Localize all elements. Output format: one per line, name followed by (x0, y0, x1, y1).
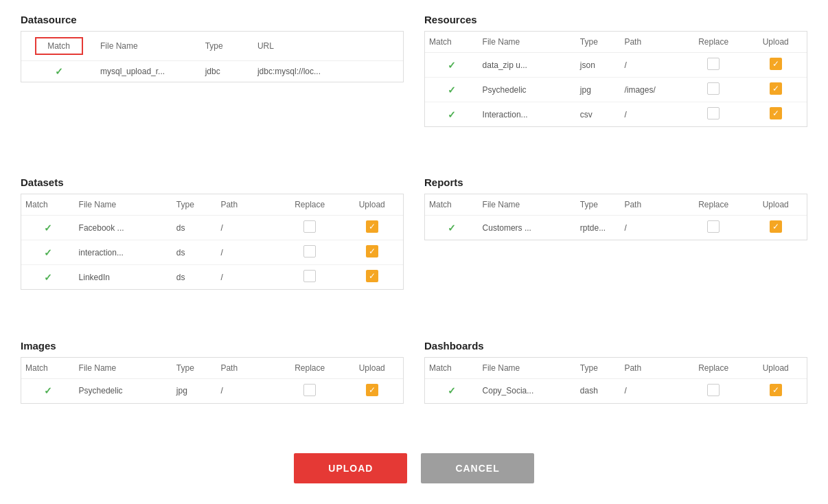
images-table-container: Match File Name Type Path Replace Upload… (21, 357, 404, 404)
dat-replace-3[interactable] (279, 265, 341, 290)
reports-scroll[interactable]: Match File Name Type Path Replace Upload… (425, 194, 807, 240)
dash-col-upload: Upload (744, 358, 807, 379)
rpt-match-1: ✓ (425, 216, 479, 240)
empty-checkbox-icon[interactable] (707, 220, 720, 233)
checked-checkbox-icon[interactable] (366, 270, 378, 282)
dashboards-section: Dashboards Match File Name Type Path Rep… (424, 340, 807, 439)
green-check-icon: ✓ (448, 222, 456, 233)
res-col-replace: Replace (682, 32, 745, 53)
dat-upload-2[interactable] (341, 240, 403, 265)
checked-checkbox-icon[interactable] (770, 220, 782, 233)
img-replace-1[interactable] (279, 378, 341, 403)
cancel-button[interactable]: CANCEL (421, 453, 533, 483)
rpt-type-1: rptde... (576, 216, 621, 240)
green-check-icon: ✓ (44, 385, 52, 396)
dat-path-1: / (216, 216, 279, 240)
table-row: ✓ LinkedIn ds / (21, 265, 403, 290)
img-filename-1: Psychedelic (75, 378, 172, 403)
ds-col-match: Match (21, 32, 96, 61)
res-path-3: / (620, 102, 682, 127)
checked-checkbox-icon[interactable] (770, 107, 782, 119)
dat-upload-1[interactable] (341, 216, 403, 240)
resources-title: Resources (424, 14, 807, 25)
checked-checkbox-icon[interactable] (770, 82, 782, 95)
images-scroll[interactable]: Match File Name Type Path Replace Upload… (21, 358, 403, 403)
dash-replace-1[interactable] (682, 378, 745, 403)
dat-filename-2: interaction... (75, 240, 172, 265)
reports-title: Reports (424, 176, 807, 188)
upload-button[interactable]: UPLOAD (294, 453, 407, 483)
table-row: ✓ Copy_Socia... dash / (425, 378, 807, 403)
res-type-1: json (576, 53, 621, 78)
table-row: ✓ Psychedelic jpg / (21, 378, 403, 403)
dat-match-2: ✓ (21, 240, 75, 265)
empty-checkbox-icon[interactable] (303, 270, 316, 282)
dash-match-1: ✓ (425, 378, 479, 403)
checked-checkbox-icon[interactable] (366, 220, 378, 233)
dat-col-type: Type (172, 194, 217, 216)
res-path-2: /images/ (620, 78, 682, 102)
res-path-1: / (620, 53, 682, 78)
datasets-scroll[interactable]: Match File Name Type Path Replace Upload… (21, 194, 403, 289)
dat-col-match: Match (21, 194, 75, 216)
img-col-replace: Replace (279, 358, 341, 379)
img-type-1: jpg (172, 378, 217, 403)
empty-checkbox-icon[interactable] (303, 220, 316, 233)
ds-match-cell: ✓ (21, 61, 96, 82)
dat-type-1: ds (172, 216, 217, 240)
img-col-match: Match (21, 358, 75, 379)
table-row: ✓ Facebook ... ds / (21, 216, 403, 240)
res-replace-3[interactable] (682, 102, 745, 127)
dash-upload-1[interactable] (744, 378, 807, 403)
img-match-1: ✓ (21, 378, 75, 403)
checked-checkbox-icon[interactable] (366, 245, 378, 257)
empty-checkbox-icon[interactable] (707, 82, 720, 95)
resources-scroll[interactable]: Match File Name Type Path Replace Upload… (425, 32, 807, 126)
empty-checkbox-icon[interactable] (303, 384, 316, 396)
empty-checkbox-icon[interactable] (707, 58, 720, 70)
rpt-col-path: Path (620, 194, 682, 216)
dash-col-match: Match (425, 358, 479, 379)
checked-checkbox-icon[interactable] (770, 384, 782, 396)
rpt-col-type: Type (576, 194, 621, 216)
res-upload-1[interactable] (744, 53, 807, 78)
empty-checkbox-icon[interactable] (303, 245, 316, 257)
table-row: ✓ data_zip u... json / (425, 53, 807, 78)
dashboards-scroll[interactable]: Match File Name Type Path Replace Upload… (425, 358, 807, 403)
ds-type-cell: jdbc (201, 61, 253, 82)
res-replace-2[interactable] (682, 78, 745, 102)
rpt-replace-1[interactable] (682, 216, 745, 240)
empty-checkbox-icon[interactable] (707, 384, 720, 396)
ds-filename-cell: mysql_upload_r... (96, 61, 201, 82)
img-col-type: Type (172, 358, 217, 379)
rpt-col-filename: File Name (479, 194, 576, 216)
checked-checkbox-icon[interactable] (366, 384, 378, 396)
res-match-3: ✓ (425, 102, 479, 127)
rpt-upload-1[interactable] (744, 216, 807, 240)
rpt-col-match: Match (425, 194, 479, 216)
dat-col-path: Path (216, 194, 279, 216)
dat-path-2: / (216, 240, 279, 265)
table-row: ✓ interaction... ds / (21, 240, 403, 265)
ds-url-cell: jdbc:mysql://loc... (253, 61, 403, 82)
dash-type-1: dash (576, 378, 621, 403)
resources-table: Match File Name Type Path Replace Upload… (425, 32, 807, 126)
checked-checkbox-icon[interactable] (770, 58, 782, 70)
main-grid: Datasource Match File Name Type URL (21, 14, 807, 439)
dat-replace-1[interactable] (279, 216, 341, 240)
res-upload-2[interactable] (744, 78, 807, 102)
dash-col-replace: Replace (682, 358, 745, 379)
img-upload-1[interactable] (341, 378, 403, 403)
datasource-scroll[interactable]: Match File Name Type URL ✓ mysql_upload_… (21, 32, 403, 82)
dat-replace-2[interactable] (279, 240, 341, 265)
res-upload-3[interactable] (744, 102, 807, 127)
dashboards-table-container: Match File Name Type Path Replace Upload… (424, 357, 807, 404)
images-title: Images (21, 340, 404, 352)
res-replace-1[interactable] (682, 53, 745, 78)
datasource-title: Datasource (21, 14, 404, 25)
ds-col-url: URL (253, 32, 403, 61)
green-check-icon: ✓ (448, 109, 456, 120)
res-type-2: jpg (576, 78, 621, 102)
empty-checkbox-icon[interactable] (707, 107, 720, 119)
dat-upload-3[interactable] (341, 265, 403, 290)
